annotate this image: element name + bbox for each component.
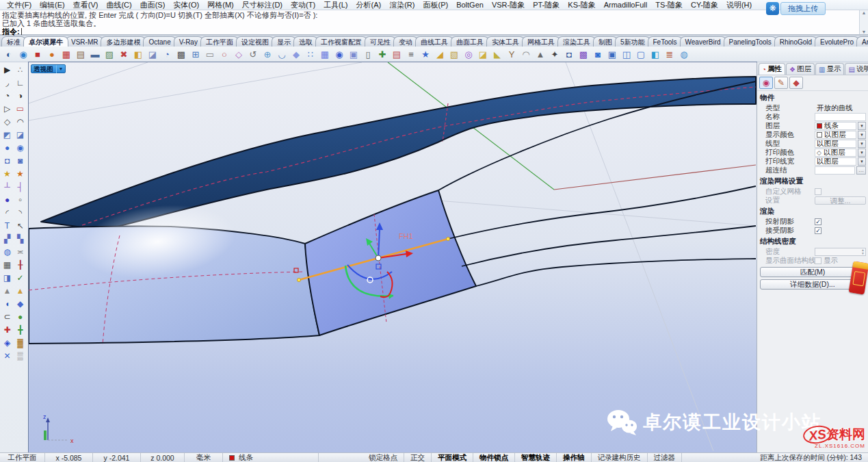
tool-icon[interactable]: ▶ bbox=[1, 64, 14, 77]
toolbar-icon[interactable]: ✚ bbox=[376, 48, 389, 61]
tool-icon[interactable]: ◙ bbox=[14, 155, 27, 168]
layer-combo[interactable]: 线条 bbox=[815, 122, 856, 130]
toolbar-tab[interactable]: RhinoGold bbox=[774, 36, 817, 47]
toolbar-icon[interactable]: ◡ bbox=[275, 48, 289, 61]
toolbar-tab[interactable]: Arion bbox=[856, 36, 868, 47]
tool-icon[interactable]: ✕ bbox=[1, 350, 14, 363]
tool-icon[interactable]: ✓ bbox=[14, 272, 27, 285]
custom-mesh-checkbox[interactable] bbox=[815, 188, 821, 195]
tool-icon[interactable]: ╋ bbox=[14, 324, 27, 337]
show-isocurves-checkbox[interactable] bbox=[815, 257, 821, 264]
status-toggle[interactable]: 操作轴 bbox=[557, 453, 592, 462]
toolbar-icon[interactable]: ▤ bbox=[390, 48, 404, 61]
tool-icon[interactable]: ∘ bbox=[14, 194, 27, 207]
tool-icon[interactable]: ▲ bbox=[1, 285, 14, 298]
menu-item[interactable]: 编辑(E) bbox=[36, 0, 69, 10]
toolbar-tab[interactable]: 卓尔谟犀牛 bbox=[23, 36, 68, 47]
print-color-dropdown-button[interactable]: ▼ bbox=[858, 149, 866, 157]
menu-item[interactable]: VSR-随象 bbox=[488, 0, 529, 10]
name-input[interactable] bbox=[815, 113, 866, 121]
toolbar-icon[interactable]: ▦ bbox=[318, 48, 332, 61]
tool-icon[interactable]: ┤ bbox=[14, 181, 27, 194]
toolbar-icon[interactable]: ▭ bbox=[203, 48, 217, 61]
command-prompt[interactable]: 指令: bbox=[2, 27, 858, 36]
toolbar-icon[interactable]: ▨ bbox=[103, 48, 116, 61]
tool-icon[interactable]: ◔ bbox=[1, 90, 14, 103]
toolbar-icon[interactable]: ▲ bbox=[534, 48, 547, 61]
upload-label[interactable]: 拖拽上传 bbox=[780, 2, 826, 15]
menu-item[interactable]: 工具(L) bbox=[319, 0, 352, 10]
toolbar-tab[interactable]: 曲线工具 bbox=[415, 36, 453, 47]
layer-dropdown-button[interactable]: ▼ bbox=[858, 122, 866, 130]
toolbar-icon[interactable]: ▤ bbox=[74, 48, 88, 61]
status-toggle[interactable]: 过滤器 bbox=[648, 453, 683, 462]
toolbar-tab[interactable]: 可见性 bbox=[365, 36, 396, 47]
toolbar-icon[interactable]: ▣ bbox=[347, 48, 360, 61]
gizmo-origin-handle[interactable] bbox=[376, 255, 381, 261]
tool-icon[interactable]: ◑ bbox=[14, 90, 27, 103]
menu-item[interactable]: 文件(F) bbox=[3, 0, 36, 10]
toolbar-icon[interactable]: ◢ bbox=[433, 48, 447, 61]
toolbar-tab[interactable]: 选取 bbox=[293, 36, 318, 47]
toolbar-tab[interactable]: 渲染工具 bbox=[557, 36, 596, 47]
viewport-title-tab[interactable]: 透视图 ▼ bbox=[31, 64, 66, 73]
status-toggle[interactable]: 智慧轨迹 bbox=[515, 453, 557, 462]
tool-icon[interactable]: ◈ bbox=[1, 337, 14, 350]
tool-icon[interactable]: ▷ bbox=[1, 103, 14, 116]
tool-icon[interactable]: ◪ bbox=[14, 129, 27, 142]
menu-item[interactable]: 网格(M) bbox=[203, 0, 238, 10]
menu-item[interactable]: 曲线(C) bbox=[102, 0, 135, 10]
tool-icon[interactable]: ✚ bbox=[1, 324, 14, 337]
toolbar-tab[interactable]: 变动 bbox=[393, 36, 418, 47]
adjust-mesh-button[interactable]: 调整... bbox=[815, 196, 866, 205]
toolbar-icon[interactable]: ◎ bbox=[462, 48, 475, 61]
toolbar-icon[interactable]: Y bbox=[505, 48, 518, 61]
panel-tab[interactable]: ❖ 图层 bbox=[786, 63, 815, 75]
status-toggle[interactable]: 正交 bbox=[404, 453, 432, 462]
toolbar-icon[interactable]: ◪ bbox=[146, 48, 159, 61]
toolbar-icon[interactable]: ⊕ bbox=[261, 48, 274, 61]
toolbar-tab[interactable]: 工作平面 bbox=[200, 36, 239, 47]
status-toggle[interactable]: 平面模式 bbox=[432, 453, 473, 462]
toolbar-icon[interactable]: ◙ bbox=[591, 48, 605, 61]
toolbar-icon[interactable]: ◍ bbox=[677, 48, 691, 61]
command-scrollbar[interactable]: ▲▼ bbox=[859, 10, 868, 34]
tool-icon[interactable]: ╂ bbox=[14, 259, 27, 272]
menu-item[interactable]: 说明(H) bbox=[722, 0, 756, 10]
toolbar-icon[interactable]: ⊞ bbox=[189, 48, 202, 61]
toolbar-icon[interactable]: ■ bbox=[31, 48, 44, 61]
print-color-combo[interactable]: ◇以图层 bbox=[815, 149, 856, 157]
tool-icon[interactable]: ◞ bbox=[1, 77, 14, 90]
current-layer-pane[interactable]: 线条 bbox=[223, 453, 319, 462]
toolbar-tab[interactable]: 实体工具 bbox=[486, 36, 525, 47]
tool-icon[interactable]: ◉ bbox=[14, 142, 27, 155]
display-color-combo[interactable]: 以图层 bbox=[815, 131, 856, 139]
hyperlink-browse-button[interactable]: … bbox=[856, 166, 866, 175]
tool-icon[interactable]: T bbox=[1, 220, 14, 233]
upload-overlay[interactable]: ❋ 拖拽上传 bbox=[766, 2, 826, 15]
tool-icon[interactable]: ● bbox=[1, 142, 14, 155]
toolbar-tab[interactable]: 工作视窗配置 bbox=[315, 36, 367, 47]
menu-item[interactable]: 曲面(S) bbox=[136, 0, 170, 10]
toolbar-tab[interactable]: 网格工具 bbox=[522, 36, 560, 47]
toolbar-tab[interactable]: VSR-MR bbox=[66, 36, 103, 47]
toolbar-icon[interactable]: ○ bbox=[218, 48, 231, 61]
menu-item[interactable]: BoltGen bbox=[452, 1, 488, 9]
tool-icon[interactable]: ▞ bbox=[1, 233, 14, 246]
tool-icon[interactable]: ◆ bbox=[14, 298, 27, 311]
toolbar-icon[interactable]: ▩ bbox=[174, 48, 188, 61]
print-width-combo[interactable]: 以图层 bbox=[815, 157, 856, 166]
toolbar-tab[interactable]: WeaverBird bbox=[680, 36, 726, 47]
toolbar-icon[interactable]: ◆ bbox=[289, 48, 303, 61]
texture-icon[interactable]: ◆ bbox=[789, 77, 803, 89]
panel-tab[interactable]: ▤ 说明 bbox=[845, 63, 868, 75]
toolbar-tab[interactable]: 设定视图 bbox=[236, 36, 274, 47]
linetype-combo[interactable]: 以图层 bbox=[815, 140, 856, 148]
toolbar-icon[interactable]: ▬ bbox=[88, 48, 102, 61]
status-toggle[interactable]: 物件锁点 bbox=[473, 453, 515, 462]
toolbar-icon[interactable]: ★ bbox=[419, 48, 432, 61]
toolbar-icon[interactable]: ◠ bbox=[519, 48, 533, 61]
tool-icon[interactable]: ▚ bbox=[14, 233, 27, 246]
tool-icon[interactable]: ∴ bbox=[14, 64, 27, 77]
menu-item[interactable]: PT-随象 bbox=[529, 0, 564, 10]
